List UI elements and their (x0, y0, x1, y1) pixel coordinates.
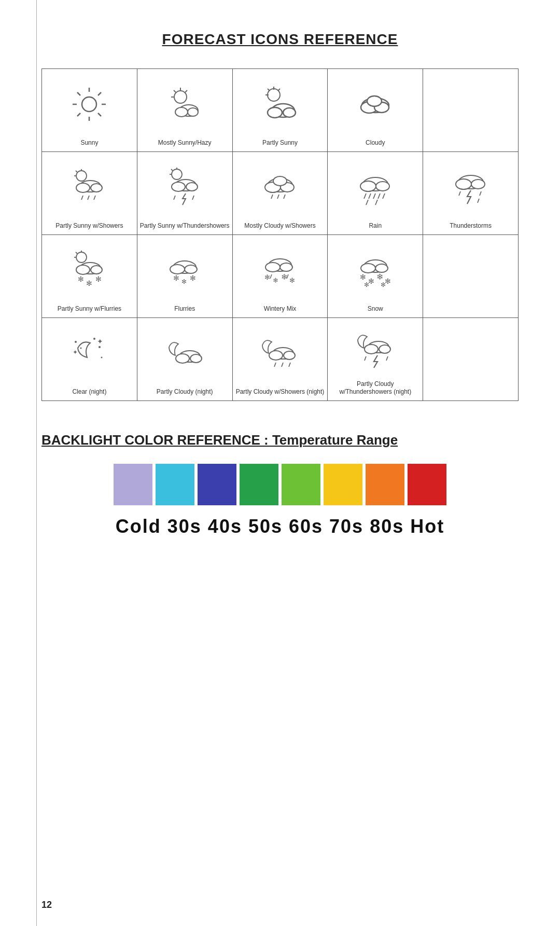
weather-label: Snow (368, 305, 383, 313)
forecast-cell: Cloudy (328, 69, 423, 152)
forecast-cell: Partly Cloudy w/Thundershowers (night) (328, 318, 423, 401)
color-swatch-hot (408, 464, 446, 505)
weather-label: Partly Cloudy w/Thundershowers (night) (330, 380, 421, 396)
backlight-title: BACKLIGHT COLOR REFERENCE : Temperature … (41, 432, 519, 448)
weather-icon-clear-night (68, 322, 110, 384)
weather-icon-cloudy (355, 73, 396, 135)
color-swatch-30s (156, 464, 194, 505)
forecast-cell: Snow (328, 235, 423, 318)
forecast-cell (423, 235, 519, 318)
weather-icon-thunderstorms (450, 156, 492, 218)
forecast-cell (423, 69, 519, 152)
weather-label: Partly Sunny (262, 139, 298, 147)
forecast-cell: Partly Sunny (232, 69, 328, 152)
margin-line (36, 0, 37, 926)
forecast-cell: Mostly Cloudy w/Showers (232, 152, 328, 235)
weather-icon-partly-sunny (259, 73, 301, 135)
forecast-table: SunnyMostly Sunny/HazyPartly SunnyCloudy… (41, 68, 519, 401)
weather-icon-flurries (164, 239, 205, 301)
page-container: FORECAST ICONS REFERENCE SunnyMostly Sun… (0, 0, 560, 926)
weather-icon-sunny (68, 73, 110, 135)
weather-label: Cloudy (366, 139, 385, 147)
forecast-cell: Partly Sunny w/Flurries (42, 235, 137, 318)
weather-label: Partly Sunny w/Thundershowers (140, 222, 230, 230)
forecast-cell: Partly Cloudy (night) (137, 318, 232, 401)
color-swatch-cold (114, 464, 152, 505)
weather-label: Rain (369, 222, 382, 230)
forecast-cell: Partly Cloudy w/Showers (night) (232, 318, 328, 401)
weather-label: Partly Cloudy w/Showers (night) (236, 388, 325, 396)
color-swatch-70s (324, 464, 362, 505)
weather-icon-partly-sunny-showers (68, 156, 110, 218)
weather-label: Wintery Mix (264, 305, 297, 313)
forecast-cell: Sunny (42, 69, 137, 152)
weather-label: Sunny (80, 139, 98, 147)
weather-icon-partly-cloudy-night (164, 322, 205, 384)
forecast-cell: Mostly Sunny/Hazy (137, 69, 232, 152)
weather-label: Clear (night) (72, 388, 106, 396)
weather-icon-partly-sunny-thunder (164, 156, 205, 218)
color-swatch-80s (366, 464, 404, 505)
forecast-cell: Thunderstorms (423, 152, 519, 235)
color-swatch-50s (240, 464, 278, 505)
forecast-cell (423, 318, 519, 401)
weather-icon-partly-cloudy-showers-night (259, 322, 301, 384)
temp-labels: Cold 30s 40s 50s 60s 70s 80s Hot (41, 516, 519, 537)
weather-label: Mostly Cloudy w/Showers (244, 222, 315, 230)
weather-icon-snow (355, 239, 396, 301)
forecast-cell: Partly Sunny w/Showers (42, 152, 137, 235)
forecast-cell: Wintery Mix (232, 235, 328, 318)
weather-label: Flurries (174, 305, 195, 313)
color-bar-container (41, 464, 519, 505)
backlight-section: BACKLIGHT COLOR REFERENCE : Temperature … (41, 432, 519, 537)
forecast-cell: Flurries (137, 235, 232, 318)
forecast-cell: Rain (328, 152, 423, 235)
page-number: 12 (41, 900, 52, 910)
weather-label: Partly Sunny w/Showers (55, 222, 123, 230)
weather-icon-partly-cloudy-thunder-night (355, 322, 396, 376)
forecast-cell: Clear (night) (42, 318, 137, 401)
weather-icon-rain (355, 156, 396, 218)
weather-icon-mostly-cloudy-showers (259, 156, 301, 218)
weather-icon-wintery-mix (259, 239, 301, 301)
weather-label: Mostly Sunny/Hazy (158, 139, 212, 147)
color-swatch-60s (282, 464, 320, 505)
page-title: FORECAST ICONS REFERENCE (41, 31, 519, 48)
weather-label: Partly Sunny w/Flurries (58, 305, 121, 313)
weather-label: Thunderstorms (450, 222, 492, 230)
forecast-cell: Partly Sunny w/Thundershowers (137, 152, 232, 235)
color-swatch-40s (198, 464, 236, 505)
weather-label: Partly Cloudy (night) (157, 388, 213, 396)
weather-icon-partly-sunny-flurries (68, 239, 110, 301)
weather-icon-mostly-sunny-hazy (164, 73, 205, 135)
